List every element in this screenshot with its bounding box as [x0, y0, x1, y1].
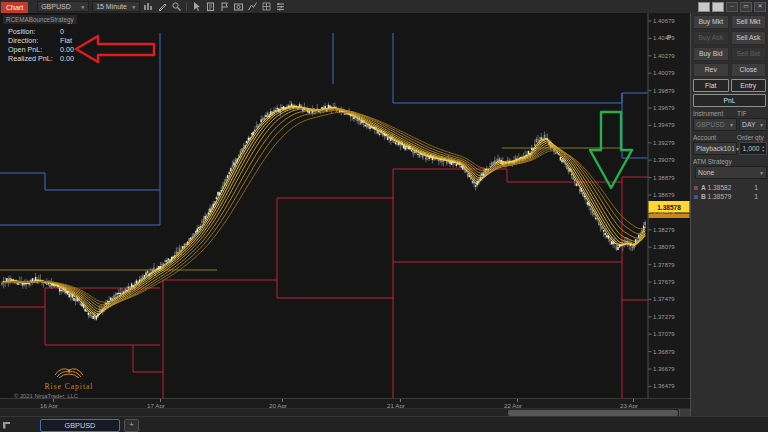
chart-tab[interactable]: Chart: [1, 2, 28, 13]
open-pnl-value: 0.00: [60, 46, 74, 54]
tab-gbpusd[interactable]: GBPUSD: [40, 419, 120, 432]
trendline-icon[interactable]: [247, 1, 258, 12]
price-tick-label: 1.37879: [653, 262, 675, 268]
sell-bid-button[interactable]: Sell Bid: [731, 47, 767, 61]
fixed-scale-indicator[interactable]: F: [667, 34, 671, 41]
restore-icon[interactable]: ▭: [740, 2, 752, 12]
qty-field-label: Order qty: [737, 134, 766, 141]
position-value: 0: [60, 28, 74, 36]
price-tick-label: 1.36679: [653, 366, 675, 372]
account-field-label: Account: [693, 134, 737, 141]
account-value: Playback101: [696, 145, 735, 152]
instrument-field-label: Instrument: [693, 110, 737, 117]
ask-quote-row: A 1.38582 1: [693, 183, 766, 192]
close-position-button[interactable]: Close: [731, 63, 767, 77]
reverse-button[interactable]: Rev: [693, 63, 729, 77]
candle-bodies-dark: [2, 105, 645, 319]
price-tick-label: 1.40479: [653, 35, 675, 41]
chart-window: Chart GBPUSD ▼ 15 Minute ▼: [0, 0, 768, 432]
red-arrow-annotation: [76, 36, 154, 62]
price-tick-label: 1.39479: [653, 122, 675, 128]
price-tick-label: 1.38279: [653, 227, 675, 233]
zoom-icon[interactable]: [171, 1, 182, 12]
account-select[interactable]: Playback101 ▼: [693, 142, 737, 155]
ema-ribbon-line: [2, 106, 645, 316]
ask-size: 1: [737, 184, 766, 191]
price-tick-label: 1.38879: [653, 175, 675, 181]
logo-text: Rise Capital: [14, 382, 124, 391]
realized-pnl-value: 0.00: [60, 55, 74, 63]
wings-logo-icon: [51, 364, 87, 378]
tif-field-label: TIF: [737, 110, 766, 117]
buy-bid-button[interactable]: Buy Bid: [693, 47, 729, 61]
tab-bar: GBPUSD +: [0, 416, 768, 432]
flat-indicator: Flat: [693, 79, 729, 92]
cursor-icon[interactable]: [191, 1, 202, 12]
chart-area[interactable]: 1.406791.404791.402791.400791.398791.396…: [0, 13, 690, 398]
close-icon[interactable]: ✕: [754, 2, 766, 12]
panel-icon[interactable]: [712, 2, 724, 12]
quantity-value: 1,000: [740, 145, 761, 152]
spinner-icons[interactable]: ▲▼: [761, 145, 766, 153]
window-controls: – ▭ ✕: [698, 2, 768, 12]
bid-marker-icon: [694, 195, 698, 199]
minimize-icon[interactable]: –: [726, 2, 738, 12]
grid-icon[interactable]: [261, 1, 272, 12]
sell-mkt-button[interactable]: Sell Mkt: [731, 15, 767, 29]
tif-value: DAY: [742, 121, 755, 128]
panel-icon[interactable]: [698, 2, 710, 12]
bid-label: B: [701, 193, 706, 200]
bid-price: 1.38579: [708, 193, 732, 200]
buy-mkt-button[interactable]: Buy Mkt: [693, 15, 729, 29]
blue-zone-line: [0, 173, 160, 190]
clipboard-icon[interactable]: [205, 1, 216, 12]
atm-strategy-value: None: [698, 169, 714, 176]
price-tick-label: 1.39079: [653, 157, 675, 163]
chevron-down-icon: ▼: [80, 4, 85, 10]
quantity-stepper[interactable]: 1,000 ▲▼: [739, 142, 767, 155]
atm-strategy-select[interactable]: None ▼: [695, 166, 767, 179]
price-chart: 1.406791.404791.402791.400791.398791.396…: [0, 13, 690, 398]
broker-logo: Rise Capital © 2021 NinjaTrader, LLC: [14, 364, 124, 399]
ask-price: 1.38582: [708, 184, 732, 191]
ask-marker-icon: [694, 186, 698, 190]
price-tick-label: 1.40279: [653, 53, 675, 59]
realized-pnl-label: Realized PnL:: [8, 55, 60, 63]
direction-value: Flat: [60, 37, 74, 45]
flag-icon[interactable]: [219, 1, 230, 12]
panel-instrument-select[interactable]: GBPUSD ▼: [693, 118, 737, 131]
strategy-label[interactable]: RCEMABounceStrategy: [3, 15, 77, 24]
ask-label: A: [701, 184, 706, 191]
ema-ribbon-line: [2, 109, 645, 310]
price-tick-label: 1.40079: [653, 70, 675, 76]
pnl-display[interactable]: PnL: [693, 94, 766, 107]
open-pnl-label: Open PnL:: [8, 46, 60, 54]
position-overlay: Position: 0 Direction: Flat Open PnL: 0.…: [8, 28, 74, 63]
ema-ribbon-line: [2, 107, 645, 314]
price-tick-label: 1.36879: [653, 349, 675, 355]
chart-style-icon[interactable]: [143, 1, 154, 12]
price-tick-label: 1.39879: [653, 88, 675, 94]
ema-ribbon-line: [2, 110, 645, 305]
ema-ribbon-line: [2, 107, 645, 316]
pencil-icon[interactable]: [157, 1, 168, 12]
camera-icon[interactable]: [233, 1, 244, 12]
chevron-down-icon: ▼: [131, 4, 136, 10]
add-tab-button[interactable]: +: [124, 419, 139, 432]
blue-zone-line: [393, 93, 648, 103]
price-tick-label: 1.37479: [653, 296, 675, 302]
chevron-down-icon: ▼: [759, 122, 764, 128]
sell-ask-button[interactable]: Sell Ask: [731, 31, 767, 45]
indicators-icon[interactable]: [275, 1, 286, 12]
instrument-selector[interactable]: GBPUSD ▼: [37, 1, 89, 12]
price-tick-label: 1.39279: [653, 140, 675, 146]
instrument-selector-value: GBPUSD: [41, 3, 71, 10]
copyright-text: © 2021 NinjaTrader, LLC: [14, 393, 124, 399]
tif-select[interactable]: DAY ▼: [739, 118, 767, 131]
ema-ribbon-line: [2, 109, 645, 307]
panel-instrument-value: GBPUSD: [696, 121, 725, 128]
price-tick-label: 1.36479: [653, 383, 675, 389]
tab-strip-handle-icon[interactable]: [3, 422, 10, 429]
interval-selector[interactable]: 15 Minute ▼: [92, 1, 140, 12]
buy-ask-button[interactable]: Buy Ask: [693, 31, 729, 45]
